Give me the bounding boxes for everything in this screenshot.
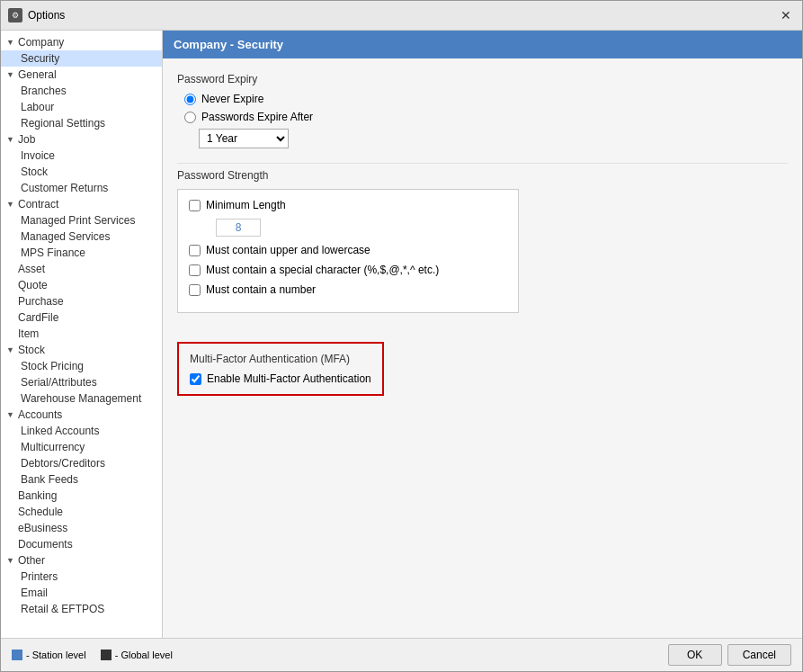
never-expire-label: Never Expire — [201, 93, 263, 105]
year-select-row: 1 Year2 Years3 Years6 MonthsNever — [199, 129, 788, 148]
sidebar-item-serial-attributes[interactable]: Serial/Attributes — [1, 374, 162, 390]
sidebar-item-accounts[interactable]: ▼Accounts — [1, 407, 162, 423]
sidebar-item-other[interactable]: ▼Other — [1, 552, 162, 569]
number-checkbox[interactable] — [189, 284, 201, 296]
minimum-length-item: Minimum Length — [189, 199, 507, 211]
never-expire-radio-item: Never Expire — [184, 93, 788, 105]
window-title: Options — [28, 9, 65, 22]
minimum-length-checkbox[interactable] — [189, 200, 201, 211]
sidebar-item-quote[interactable]: Quote — [1, 277, 162, 293]
sidebar-item-regional-settings[interactable]: Regional Settings — [1, 115, 162, 131]
global-legend-label: - Global level — [115, 650, 173, 660]
special-char-label: Must contain a special character (%,$,@,… — [206, 264, 439, 276]
contract-arrow-icon: ▼ — [6, 200, 15, 209]
mfa-box: Multi-Factor Authentication (MFA) Enable… — [177, 342, 384, 396]
sidebar-item-purchase[interactable]: Purchase — [1, 293, 162, 309]
sidebar-item-label-accounts: Accounts — [18, 408, 62, 421]
sidebar-item-label-other: Other — [18, 554, 45, 567]
station-legend: - Station level — [12, 650, 86, 660]
special-char-checkbox[interactable] — [189, 264, 201, 276]
sidebar-item-security[interactable]: Security — [1, 50, 162, 67]
sidebar-item-label-printers: Printers — [21, 570, 58, 583]
sidebar-item-label-ebusiness: eBusiness — [18, 522, 67, 534]
sidebar-item-stock-pricing[interactable]: Stock Pricing — [1, 358, 162, 374]
job-arrow-icon: ▼ — [6, 135, 15, 144]
sidebar-item-managed-services[interactable]: Managed Services — [1, 228, 162, 245]
sidebar-item-warehouse-management[interactable]: Warehouse Management — [1, 390, 162, 407]
titlebar: ⚙ Options ✕ — [1, 1, 802, 31]
sidebar-item-bank-feeds[interactable]: Bank Feeds — [1, 471, 162, 488]
sidebar-item-banking[interactable]: Banking — [1, 488, 162, 504]
sidebar-item-branches[interactable]: Branches — [1, 83, 162, 99]
password-expiry-title: Password Expiry — [177, 73, 788, 85]
sidebar-item-label-email: Email — [21, 587, 48, 599]
general-arrow-icon: ▼ — [6, 70, 15, 79]
sidebar-item-customer-returns[interactable]: Customer Returns — [1, 180, 162, 196]
year-select[interactable]: 1 Year2 Years3 Years6 MonthsNever — [199, 129, 289, 148]
sidebar-item-printers[interactable]: Printers — [1, 569, 162, 585]
sidebar-item-label-general: General — [18, 68, 57, 81]
sidebar-item-label-quote: Quote — [18, 279, 48, 291]
sidebar-item-label-retail-eftpos: Retail & EFTPOS — [21, 603, 104, 615]
sidebar-item-label-stock: Stock — [18, 344, 45, 356]
sidebar-item-label-stock-pricing: Stock Pricing — [21, 360, 84, 372]
uppercase-checkbox[interactable] — [189, 245, 201, 256]
sidebar-item-label-debtors-creditors: Debtors/Creditors — [21, 457, 105, 470]
sidebar-item-label-company: Company — [18, 36, 64, 49]
sidebar-item-job[interactable]: ▼Job — [1, 131, 162, 148]
sidebar: ▼CompanySecurity▼GeneralBranchesLabourRe… — [1, 31, 163, 638]
never-expire-radio[interactable] — [184, 94, 196, 105]
minimum-length-value: 8 — [216, 219, 261, 237]
sidebar-item-stock[interactable]: ▼Stock — [1, 342, 162, 358]
sidebar-item-invoice[interactable]: Invoice — [1, 148, 162, 164]
sidebar-item-item[interactable]: Item — [1, 326, 162, 342]
sidebar-item-managed-print-services[interactable]: Managed Print Services — [1, 212, 162, 228]
main-content: ▼CompanySecurity▼GeneralBranchesLabourRe… — [1, 31, 802, 638]
cancel-button[interactable]: Cancel — [727, 644, 791, 666]
sidebar-item-retail-eftpos[interactable]: Retail & EFTPOS — [1, 601, 162, 617]
sidebar-item-label-contract: Contract — [18, 198, 58, 211]
close-button[interactable]: ✕ — [777, 6, 795, 24]
sidebar-item-general[interactable]: ▼General — [1, 67, 162, 83]
expire-after-label: Passwords Expire After — [201, 111, 313, 123]
mfa-enable-checkbox[interactable] — [190, 373, 201, 385]
sidebar-item-debtors-creditors[interactable]: Debtors/Creditors — [1, 455, 162, 471]
panel-header: Company - Security — [163, 31, 802, 58]
sidebar-item-documents[interactable]: Documents — [1, 536, 162, 552]
station-legend-label: - Station level — [26, 650, 86, 660]
sidebar-item-label-regional-settings: Regional Settings — [21, 117, 105, 130]
sidebar-item-stock-job[interactable]: Stock — [1, 164, 162, 180]
expire-after-radio[interactable] — [184, 112, 196, 123]
sidebar-item-label-multicurrency: Multicurrency — [21, 441, 85, 453]
sidebar-item-email[interactable]: Email — [1, 585, 162, 601]
company-arrow-icon: ▼ — [6, 38, 15, 47]
number-label: Must contain a number — [206, 283, 316, 296]
sidebar-item-label-bank-feeds: Bank Feeds — [21, 473, 78, 486]
sidebar-item-mps-finance[interactable]: MPS Finance — [1, 245, 162, 261]
station-color-box — [12, 650, 22, 660]
footer-buttons: OK Cancel — [668, 644, 791, 666]
password-expiry-radio-group: Never Expire Passwords Expire After 1 Ye… — [184, 93, 788, 148]
global-legend: - Global level — [101, 650, 173, 660]
footer-legend: - Station level - Global level — [12, 650, 173, 660]
sidebar-item-schedule[interactable]: Schedule — [1, 504, 162, 520]
titlebar-left: ⚙ Options — [8, 8, 65, 22]
sidebar-item-label-warehouse-management: Warehouse Management — [21, 392, 141, 405]
number-item: Must contain a number — [189, 283, 507, 296]
sidebar-item-linked-accounts[interactable]: Linked Accounts — [1, 423, 162, 439]
sidebar-item-cardfile[interactable]: CardFile — [1, 309, 162, 326]
ok-button[interactable]: OK — [668, 644, 722, 666]
sidebar-item-labour[interactable]: Labour — [1, 99, 162, 115]
sidebar-item-company[interactable]: ▼Company — [1, 34, 162, 50]
sidebar-item-contract[interactable]: ▼Contract — [1, 196, 162, 212]
sidebar-item-label-serial-attributes: Serial/Attributes — [21, 376, 97, 389]
sidebar-item-ebusiness[interactable]: eBusiness — [1, 520, 162, 536]
sidebar-item-label-customer-returns: Customer Returns — [21, 182, 108, 194]
sidebar-item-label-security: Security — [21, 52, 59, 65]
app-icon: ⚙ — [8, 8, 22, 22]
sidebar-item-asset[interactable]: Asset — [1, 261, 162, 277]
sidebar-item-multicurrency[interactable]: Multicurrency — [1, 439, 162, 455]
accounts-arrow-icon: ▼ — [6, 410, 15, 419]
password-strength-title: Password Strength — [177, 169, 788, 182]
expire-after-radio-item: Passwords Expire After — [184, 111, 788, 123]
